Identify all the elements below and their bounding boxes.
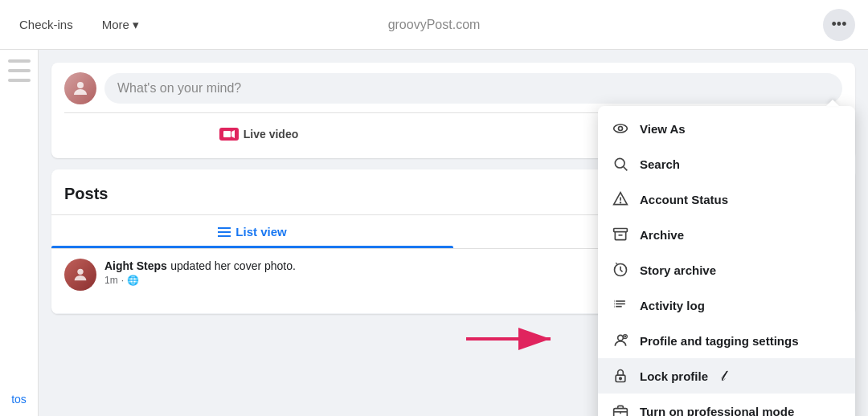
activity-log-icon [611, 296, 630, 315]
clock-icon [611, 260, 630, 279]
dropdown-item-archive[interactable]: Archive [598, 217, 855, 252]
eye-icon [611, 119, 630, 138]
live-video-label: Live video [244, 128, 298, 141]
dropdown-item-search[interactable]: Search [598, 146, 855, 181]
svg-point-22 [619, 127, 623, 131]
lock-profile-label: Lock profile [640, 369, 708, 383]
search-label: Search [640, 157, 680, 171]
view-as-label: View As [640, 122, 686, 136]
video-icon-svg [223, 130, 235, 138]
main-content: tos What's on your mind? [0, 50, 868, 416]
svg-line-24 [624, 167, 628, 171]
user-avatar [64, 72, 96, 104]
live-video-icon [219, 128, 239, 141]
activity-log-label: Activity log [640, 299, 705, 312]
archive-icon [611, 225, 630, 244]
svg-point-42 [620, 377, 622, 380]
search-icon [611, 154, 630, 173]
post-input[interactable]: What's on your mind? [104, 73, 842, 104]
professional-mode-label: Turn on professional mode [640, 405, 794, 417]
avatar-icon [71, 79, 90, 98]
dropdown-item-lock-profile[interactable]: Lock profile 𝓁 [598, 358, 855, 394]
svg-marker-2 [231, 130, 235, 138]
post-author-name: Aight Steps [104, 259, 167, 272]
svg-point-23 [615, 158, 624, 168]
more-options-button[interactable]: ••• [823, 9, 855, 41]
live-video-button[interactable]: Live video [64, 120, 453, 149]
profile-settings-icon [611, 331, 630, 350]
svg-point-37 [618, 335, 624, 341]
tos-link[interactable]: tos [11, 393, 27, 406]
dropdown-item-story-archive[interactable]: Story archive [598, 252, 855, 288]
post-avatar-icon [72, 266, 89, 283]
create-post-top: What's on your mind? [64, 72, 842, 104]
profile-tagging-label: Profile and tagging settings [640, 334, 799, 348]
topbar-right: ••• [823, 9, 855, 41]
svg-point-27 [620, 202, 621, 203]
list-view-icon [218, 226, 231, 238]
tab-list-view[interactable]: List view [51, 215, 453, 248]
dots-icon: ••• [832, 16, 847, 33]
story-archive-label: Story archive [640, 263, 716, 277]
dropdown-item-view-as[interactable]: View As [598, 111, 855, 146]
more-button[interactable]: More ▾ [96, 14, 145, 35]
sidebar-indicator-3 [8, 79, 31, 82]
more-chevron-icon: ▾ [133, 18, 139, 32]
svg-rect-28 [614, 229, 628, 232]
svg-point-21 [614, 124, 628, 133]
post-author-avatar [64, 259, 96, 291]
more-label: More [102, 18, 129, 31]
checkins-link[interactable]: Check-ins [13, 14, 80, 35]
svg-rect-1 [223, 131, 231, 137]
post-privacy-icon: 🌐 [127, 275, 139, 286]
list-view-label: List view [235, 225, 286, 239]
cursor-icon: 𝓁 [721, 368, 725, 385]
topbar: Check-ins More ▾ groovyPost.com ••• [0, 0, 868, 50]
dropdown-item-profile-tagging[interactable]: Profile and tagging settings [598, 323, 855, 358]
warning-icon [611, 190, 630, 209]
dropdown-item-activity-log[interactable]: Activity log [598, 288, 855, 323]
dropdown-item-professional-mode[interactable]: Turn on professional mode [598, 394, 855, 416]
svg-point-18 [77, 269, 83, 275]
post-action-text: updated her cover photo. [170, 259, 296, 272]
sidebar-indicator [8, 59, 31, 63]
post-time: 1m [104, 275, 118, 286]
topbar-left: Check-ins More ▾ [13, 14, 145, 35]
dropdown-item-account-status[interactable]: Account Status [598, 181, 855, 217]
post-dot-separator: · [121, 275, 124, 286]
sidebar-indicator-2 [8, 69, 31, 72]
svg-point-0 [77, 82, 84, 88]
dropdown-menu: View As Search Account Status [598, 106, 855, 416]
sidebar-strip: tos [0, 50, 39, 416]
lock-icon [611, 366, 630, 385]
briefcase-icon [611, 402, 630, 416]
archive-label: Archive [640, 228, 684, 242]
posts-title: Posts [64, 185, 108, 203]
site-name: groovyPost.com [388, 18, 481, 32]
account-status-label: Account Status [640, 193, 728, 206]
